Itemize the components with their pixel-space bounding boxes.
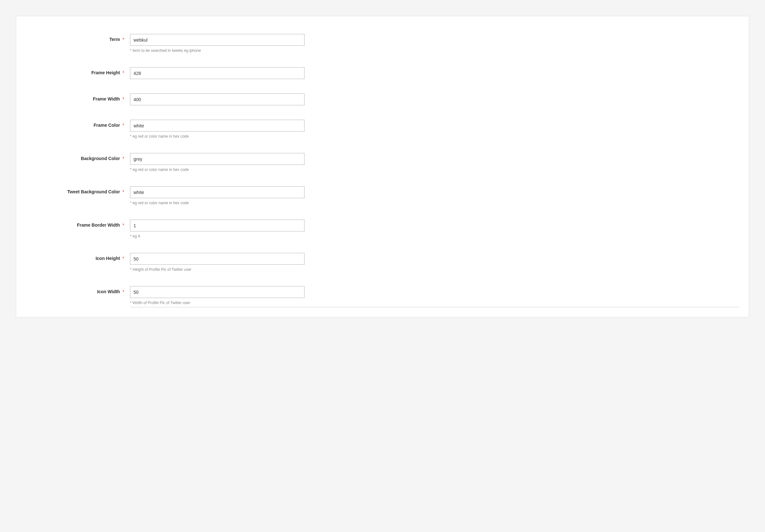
frame-width-input[interactable] xyxy=(130,94,305,105)
label-text: Frame Border Width xyxy=(77,223,120,228)
field-row-frame-height: Frame Height * xyxy=(26,67,739,79)
field-row-icon-width: Icon Width * * Width of Profile Pic of T… xyxy=(26,286,739,305)
background-color-hint: * eg red or color name in hex code xyxy=(130,168,305,172)
required-marker: * xyxy=(123,37,124,42)
field-label-background-color: Background Color * xyxy=(26,153,130,161)
field-row-frame-border-width: Frame Border Width * * eg 4 xyxy=(26,220,739,239)
required-marker: * xyxy=(123,289,124,294)
field-row-icon-height: Icon Height * * Height of Profile Pic of… xyxy=(26,253,739,272)
field-label-frame-border-width: Frame Border Width * xyxy=(26,220,130,228)
field-input-col-frame-border-width: * eg 4 xyxy=(130,220,305,239)
required-marker: * xyxy=(123,223,124,228)
frame-border-width-hint: * eg 4 xyxy=(130,234,305,239)
field-row-background-color: Background Color * * eg red or color nam… xyxy=(26,153,739,172)
field-input-col-icon-width: * Width of Profile Pic of Twitter user xyxy=(130,286,305,305)
frame-border-width-input[interactable] xyxy=(130,220,305,232)
field-label-frame-width: Frame Width * xyxy=(26,94,130,102)
frame-color-hint: * eg red or color name in hex code xyxy=(130,134,305,139)
field-row-frame-color: Frame Color * * eg red or color name in … xyxy=(26,120,739,139)
field-row-tweet-background-color: Tweet Background Color * * eg red or col… xyxy=(26,186,739,205)
field-label-term: Term * xyxy=(26,34,130,42)
label-text: Frame Color xyxy=(94,123,120,128)
icon-width-hint: * Width of Profile Pic of Twitter user xyxy=(130,300,305,305)
field-input-col-background-color: * eg red or color name in hex code xyxy=(130,153,305,172)
field-row-frame-width: Frame Width * xyxy=(26,94,739,105)
term-input[interactable] xyxy=(130,34,305,46)
label-text: Frame Width xyxy=(93,96,120,102)
label-text: Icon Width xyxy=(97,289,120,294)
required-marker: * xyxy=(123,70,124,75)
required-marker: * xyxy=(123,256,124,261)
field-label-frame-height: Frame Height * xyxy=(26,67,130,75)
frame-height-input[interactable] xyxy=(130,67,305,79)
required-marker: * xyxy=(123,156,124,161)
section-divider xyxy=(130,307,739,307)
field-input-col-frame-height xyxy=(130,67,305,79)
label-text: Tweet Background Color xyxy=(67,189,120,194)
label-text: Term xyxy=(109,37,120,42)
field-row-term: Term * * term to be searched in tweets e… xyxy=(26,34,739,53)
required-marker: * xyxy=(123,123,124,128)
label-text: Background Color xyxy=(81,156,120,161)
field-label-icon-width: Icon Width * xyxy=(26,286,130,294)
required-marker: * xyxy=(123,189,124,194)
field-label-tweet-background-color: Tweet Background Color * xyxy=(26,186,130,194)
field-label-icon-height: Icon Height * xyxy=(26,253,130,261)
frame-color-input[interactable] xyxy=(130,120,305,132)
background-color-input[interactable] xyxy=(130,153,305,165)
field-input-col-frame-color: * eg red or color name in hex code xyxy=(130,120,305,139)
field-input-col-icon-height: * Height of Profile Pic of Twitter user xyxy=(130,253,305,272)
field-input-col-tweet-background-color: * eg red or color name in hex code xyxy=(130,186,305,205)
settings-panel: Term * * term to be searched in tweets e… xyxy=(16,16,749,317)
icon-width-input[interactable] xyxy=(130,286,305,298)
label-text: Frame Height xyxy=(91,70,120,75)
tweet-background-color-input[interactable] xyxy=(130,186,305,198)
tweet-background-color-hint: * eg red or color name in hex code xyxy=(130,201,305,205)
label-text: Icon Height xyxy=(95,256,120,261)
icon-height-hint: * Height of Profile Pic of Twitter user xyxy=(130,267,305,272)
field-label-frame-color: Frame Color * xyxy=(26,120,130,128)
required-marker: * xyxy=(123,96,124,102)
icon-height-input[interactable] xyxy=(130,253,305,265)
term-hint: * term to be searched in tweets eg iphon… xyxy=(130,48,305,53)
field-input-col-term: * term to be searched in tweets eg iphon… xyxy=(130,34,305,53)
field-input-col-frame-width xyxy=(130,94,305,105)
